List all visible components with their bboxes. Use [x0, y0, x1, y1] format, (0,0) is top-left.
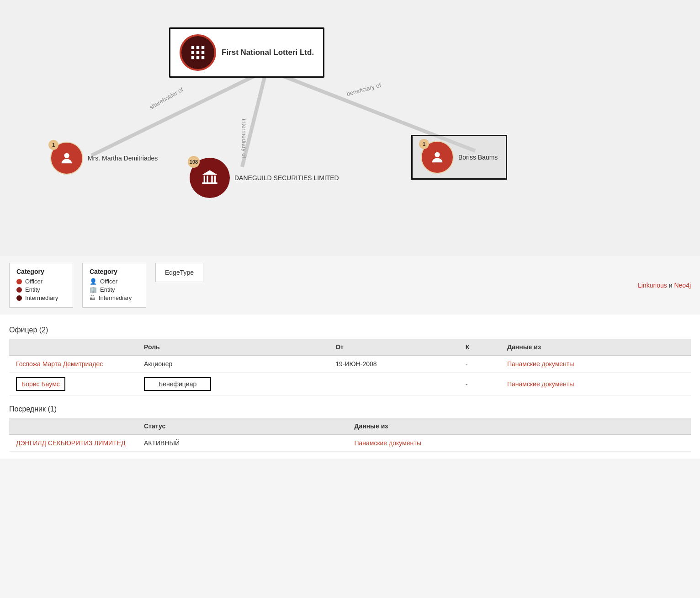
boriss-person-icon — [430, 150, 445, 165]
grid-icon — [189, 44, 207, 61]
graph-svg: shareholder of intermediary of beneficia… — [0, 0, 700, 256]
svg-point-12 — [64, 153, 69, 158]
boriss-role-outlined: Бенефициар — [144, 377, 211, 391]
martha-role: Акционер — [137, 356, 329, 373]
main-node-circle — [180, 34, 216, 71]
boriss-source-link[interactable]: Панамские документы — [507, 380, 574, 388]
legend2-entity: 🏢 Entity — [90, 286, 139, 293]
martha-node[interactable]: 1 Mrs. Martha Demitriades — [50, 142, 158, 175]
svg-rect-18 — [202, 182, 217, 184]
powered-by: Linkurious и Neo4j — [638, 282, 691, 289]
boriss-name-link[interactable]: Борис Баумс — [21, 380, 60, 388]
svg-rect-7 — [196, 51, 199, 54]
svg-rect-14 — [204, 176, 205, 182]
edge-label-beneficiary: beneficiary of — [346, 81, 382, 97]
officer-section-title: Офицер (2) — [9, 326, 691, 334]
svg-rect-8 — [202, 51, 204, 54]
legend2-entity-label: Entity — [100, 286, 115, 293]
legend-color-box: Category Officer Entity Intermediary — [9, 263, 73, 308]
officer-dot — [16, 279, 22, 284]
boriss-label: Boriss Baums — [458, 154, 498, 161]
edge-label-intermediary: intermediary of — [241, 119, 248, 158]
svg-rect-5 — [202, 46, 204, 49]
officer-col-from: От — [329, 339, 459, 356]
table-area: Офицер (2) Роль От К Данные из Госпожа М… — [0, 315, 700, 459]
svg-rect-15 — [207, 176, 208, 182]
daneguild-node[interactable]: 108 DANEGUILD SECURITIES LIMITED — [190, 158, 339, 198]
daneguild-badge: 108 — [188, 156, 200, 168]
legend1-intermediary-label: Intermediary — [25, 294, 58, 301]
svg-rect-3 — [191, 46, 194, 49]
intermediary-col-status: Статус — [137, 418, 347, 435]
daneguild-bank-icon — [201, 169, 219, 187]
svg-rect-9 — [191, 56, 194, 59]
svg-rect-6 — [191, 51, 194, 54]
legend1-intermediary: Intermediary — [16, 294, 66, 301]
martha-person-icon — [59, 150, 74, 166]
intermediary-dot — [16, 295, 22, 301]
legend2-title: Category — [90, 268, 139, 275]
daneguild-status: АКТИВНЫЙ — [137, 435, 347, 452]
officer-col-role: Роль — [137, 339, 329, 356]
main-node-label: First National Lotteri Ltd. — [222, 48, 314, 57]
legend1-entity: Entity — [16, 286, 66, 293]
officer-header-row: Роль От К Данные из — [9, 339, 691, 356]
legend2-officer: 👤 Officer — [90, 278, 139, 285]
martha-to: - — [459, 356, 500, 373]
daneguild-label: DANEGUILD SECURITIES LIMITED — [234, 174, 339, 182]
intermediary-col-name — [9, 418, 137, 435]
svg-rect-10 — [196, 56, 199, 59]
powered-by-text2: Neo4j — [674, 282, 691, 289]
svg-rect-16 — [211, 176, 212, 182]
boriss-from — [329, 373, 459, 396]
martha-from: 19-ИЮН-2008 — [329, 356, 459, 373]
entity-building-icon: 🏢 — [90, 286, 97, 293]
officer-row-boriss: Борис Баумс Бенефициар - Панамские докум… — [9, 373, 691, 396]
legend-icon-box: Category 👤 Officer 🏢 Entity 🏛 Intermedia… — [82, 263, 146, 308]
officer-col-to: К — [459, 339, 500, 356]
officer-table: Роль От К Данные из Госпожа Марта Демитр… — [9, 339, 691, 396]
boriss-to: - — [459, 373, 500, 396]
officer-person-icon: 👤 — [90, 278, 97, 285]
intermediary-section-title: Посредник (1) — [9, 405, 691, 413]
edge-type-box[interactable]: EdgeType — [155, 263, 203, 282]
intermediary-header-row: Статус Данные из — [9, 418, 691, 435]
legend1-officer-label: Officer — [25, 278, 42, 285]
powered-by-separator: и — [669, 282, 674, 289]
svg-rect-11 — [202, 56, 204, 59]
legend1-officer: Officer — [16, 278, 66, 285]
entity-dot — [16, 287, 22, 293]
officer-col-source: Данные из — [500, 339, 691, 356]
svg-point-19 — [435, 152, 440, 157]
boriss-node[interactable]: 1 Boriss Baums — [411, 135, 507, 180]
legend2-officer-label: Officer — [100, 278, 117, 285]
legend-area: Category Officer Entity Intermediary Cat… — [0, 256, 700, 315]
edge-label-shareholder: shareholder of — [148, 86, 185, 111]
svg-rect-4 — [196, 46, 199, 49]
martha-label: Mrs. Martha Demitriades — [88, 155, 158, 162]
svg-rect-17 — [214, 176, 216, 182]
boriss-name-outlined: Борис Баумс — [16, 377, 65, 391]
legend1-entity-label: Entity — [25, 286, 40, 293]
intermediary-row-daneguild: ДЭНГИЛД СЕКЬЮРИТИЗ ЛИМИТЕД АКТИВНЫЙ Пана… — [9, 435, 691, 452]
svg-marker-13 — [202, 170, 217, 175]
legend2-intermediary: 🏛 Intermediary — [90, 294, 139, 301]
martha-name-link[interactable]: Госпожа Марта Демитриадес — [16, 360, 103, 368]
daneguild-source-link[interactable]: Панамские документы — [354, 439, 421, 447]
daneguild-name-link[interactable]: ДЭНГИЛД СЕКЬЮРИТИЗ ЛИМИТЕД — [16, 439, 126, 447]
intermediary-col-source: Данные из — [347, 418, 691, 435]
intermediary-table: Статус Данные из ДЭНГИЛД СЕКЬЮРИТИЗ ЛИМИ… — [9, 418, 691, 452]
martha-badge: 1 — [48, 140, 58, 150]
intermediary-bank-icon: 🏛 — [90, 294, 95, 301]
martha-source-link[interactable]: Панамские документы — [507, 360, 574, 368]
main-node[interactable]: First National Lotteri Ltd. — [169, 27, 324, 78]
powered-by-text1: Linkurious — [638, 282, 667, 289]
officer-col-name — [9, 339, 137, 356]
edge-type-label: EdgeType — [165, 269, 194, 276]
legend2-intermediary-label: Intermediary — [99, 294, 132, 301]
legend1-title: Category — [16, 268, 66, 275]
officer-row-martha: Госпожа Марта Демитриадес Акционер 19-ИЮ… — [9, 356, 691, 373]
boriss-badge: 1 — [419, 139, 429, 149]
graph-area[interactable]: shareholder of intermediary of beneficia… — [0, 0, 700, 256]
